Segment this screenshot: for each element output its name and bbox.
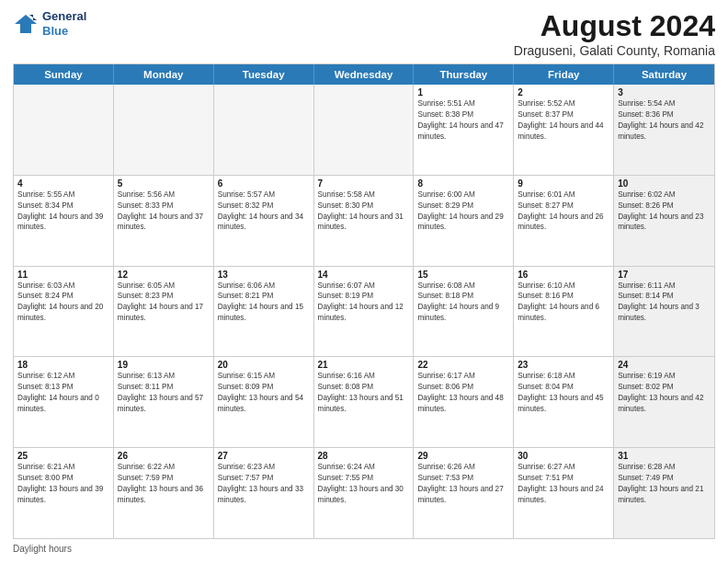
day-info: Sunrise: 6:06 AM Sunset: 8:21 PM Dayligh… [218, 281, 310, 325]
day-number: 19 [118, 360, 210, 370]
day-number: 25 [17, 451, 109, 461]
day-cell-25: 25Sunrise: 6:21 AM Sunset: 8:00 PM Dayli… [14, 448, 114, 538]
day-cell-20: 20Sunrise: 6:15 AM Sunset: 8:09 PM Dayli… [214, 357, 314, 447]
day-cell-6: 6Sunrise: 5:57 AM Sunset: 8:32 PM Daylig… [214, 176, 314, 266]
day-info: Sunrise: 6:05 AM Sunset: 8:23 PM Dayligh… [118, 281, 210, 325]
day-cell-17: 17Sunrise: 6:11 AM Sunset: 8:14 PM Dayli… [614, 267, 714, 357]
day-cell-22: 22Sunrise: 6:17 AM Sunset: 8:06 PM Dayli… [414, 357, 514, 447]
day-number: 28 [318, 451, 410, 461]
day-cell-31: 31Sunrise: 6:28 AM Sunset: 7:49 PM Dayli… [614, 448, 714, 538]
calendar-body: 1Sunrise: 5:51 AM Sunset: 8:38 PM Daylig… [14, 85, 714, 538]
day-info: Sunrise: 6:21 AM Sunset: 8:00 PM Dayligh… [17, 462, 109, 506]
day-info: Sunrise: 6:07 AM Sunset: 8:19 PM Dayligh… [318, 281, 410, 325]
day-number: 22 [417, 360, 509, 370]
header: General Blue August 2024 Draguseni, Gala… [13, 9, 715, 58]
day-number: 20 [218, 360, 310, 370]
day-number: 11 [17, 270, 109, 280]
day-number: 30 [518, 451, 609, 461]
day-number: 13 [218, 270, 310, 280]
day-info: Sunrise: 6:13 AM Sunset: 8:11 PM Dayligh… [118, 371, 210, 415]
day-info: Sunrise: 6:16 AM Sunset: 8:08 PM Dayligh… [318, 371, 410, 415]
weekday-header-friday: Friday [514, 64, 614, 85]
day-number: 31 [618, 451, 711, 461]
day-cell-8: 8Sunrise: 6:00 AM Sunset: 8:29 PM Daylig… [414, 176, 514, 266]
day-number: 5 [118, 178, 210, 189]
day-number: 17 [618, 270, 711, 280]
empty-cell [14, 85, 114, 175]
day-cell-21: 21Sunrise: 6:16 AM Sunset: 8:08 PM Dayli… [314, 357, 415, 447]
day-info: Sunrise: 5:56 AM Sunset: 8:33 PM Dayligh… [118, 190, 210, 234]
day-cell-18: 18Sunrise: 6:12 AM Sunset: 8:13 PM Dayli… [14, 357, 114, 447]
svg-marker-0 [15, 15, 37, 33]
calendar-row-1: 4Sunrise: 5:55 AM Sunset: 8:34 PM Daylig… [14, 176, 714, 267]
day-info: Sunrise: 5:54 AM Sunset: 8:36 PM Dayligh… [618, 98, 711, 143]
day-info: Sunrise: 6:28 AM Sunset: 7:49 PM Dayligh… [618, 462, 711, 506]
day-info: Sunrise: 5:58 AM Sunset: 8:30 PM Dayligh… [318, 190, 410, 234]
day-cell-4: 4Sunrise: 5:55 AM Sunset: 8:34 PM Daylig… [14, 176, 114, 266]
day-number: 18 [17, 360, 109, 370]
day-cell-30: 30Sunrise: 6:27 AM Sunset: 7:51 PM Dayli… [514, 448, 614, 538]
day-number: 27 [218, 451, 310, 461]
day-number: 8 [417, 178, 509, 189]
day-cell-26: 26Sunrise: 6:22 AM Sunset: 7:59 PM Dayli… [114, 448, 214, 538]
day-cell-23: 23Sunrise: 6:18 AM Sunset: 8:04 PM Dayli… [514, 357, 614, 447]
day-number: 24 [618, 360, 711, 370]
day-cell-29: 29Sunrise: 6:26 AM Sunset: 7:53 PM Dayli… [414, 448, 514, 538]
day-cell-2: 2Sunrise: 5:52 AM Sunset: 8:37 PM Daylig… [514, 85, 614, 175]
day-number: 21 [318, 360, 410, 370]
calendar-row-2: 11Sunrise: 6:03 AM Sunset: 8:24 PM Dayli… [14, 267, 714, 358]
logo-icon [13, 11, 39, 37]
day-number: 4 [17, 178, 109, 189]
day-number: 15 [417, 270, 509, 280]
day-cell-9: 9Sunrise: 6:01 AM Sunset: 8:27 PM Daylig… [514, 176, 614, 266]
day-number: 26 [118, 451, 210, 461]
weekday-header-tuesday: Tuesday [214, 64, 314, 85]
day-number: 29 [417, 451, 509, 461]
day-info: Sunrise: 6:01 AM Sunset: 8:27 PM Dayligh… [518, 190, 609, 234]
day-number: 12 [118, 270, 210, 280]
weekday-header-saturday: Saturday [614, 64, 714, 85]
day-info: Sunrise: 5:57 AM Sunset: 8:32 PM Dayligh… [218, 190, 310, 234]
day-cell-5: 5Sunrise: 5:56 AM Sunset: 8:33 PM Daylig… [114, 176, 214, 266]
day-info: Sunrise: 5:52 AM Sunset: 8:37 PM Dayligh… [518, 98, 609, 143]
day-number: 14 [318, 270, 410, 280]
day-cell-24: 24Sunrise: 6:19 AM Sunset: 8:02 PM Dayli… [614, 357, 714, 447]
day-info: Sunrise: 5:51 AM Sunset: 8:38 PM Dayligh… [417, 98, 509, 143]
empty-cell [114, 85, 214, 175]
day-info: Sunrise: 6:03 AM Sunset: 8:24 PM Dayligh… [17, 281, 109, 325]
weekday-header-monday: Monday [114, 64, 214, 85]
day-info: Sunrise: 6:17 AM Sunset: 8:06 PM Dayligh… [417, 371, 509, 415]
day-info: Sunrise: 6:11 AM Sunset: 8:14 PM Dayligh… [618, 281, 711, 325]
day-info: Sunrise: 6:12 AM Sunset: 8:13 PM Dayligh… [17, 371, 109, 415]
day-info: Sunrise: 6:08 AM Sunset: 8:18 PM Dayligh… [417, 281, 509, 325]
day-info: Sunrise: 6:26 AM Sunset: 7:53 PM Dayligh… [417, 462, 509, 506]
day-info: Sunrise: 6:02 AM Sunset: 8:26 PM Dayligh… [618, 190, 711, 234]
day-cell-3: 3Sunrise: 5:54 AM Sunset: 8:36 PM Daylig… [614, 85, 714, 175]
day-info: Sunrise: 6:27 AM Sunset: 7:51 PM Dayligh… [518, 462, 609, 506]
title-block: August 2024 Draguseni, Galati County, Ro… [514, 9, 715, 58]
calendar-header: SundayMondayTuesdayWednesdayThursdayFrid… [14, 64, 714, 85]
day-info: Sunrise: 6:10 AM Sunset: 8:16 PM Dayligh… [518, 281, 609, 325]
day-cell-1: 1Sunrise: 5:51 AM Sunset: 8:38 PM Daylig… [414, 85, 514, 175]
day-cell-16: 16Sunrise: 6:10 AM Sunset: 8:16 PM Dayli… [514, 267, 614, 357]
calendar: SundayMondayTuesdayWednesdayThursdayFrid… [13, 63, 715, 539]
day-cell-13: 13Sunrise: 6:06 AM Sunset: 8:21 PM Dayli… [214, 267, 314, 357]
day-number: 9 [518, 178, 609, 189]
day-info: Sunrise: 6:22 AM Sunset: 7:59 PM Dayligh… [118, 462, 210, 506]
weekday-header-sunday: Sunday [14, 64, 114, 85]
calendar-row-0: 1Sunrise: 5:51 AM Sunset: 8:38 PM Daylig… [14, 85, 714, 176]
day-number: 6 [218, 178, 310, 189]
weekday-header-wednesday: Wednesday [314, 64, 415, 85]
day-info: Sunrise: 6:19 AM Sunset: 8:02 PM Dayligh… [618, 371, 711, 415]
day-info: Sunrise: 5:55 AM Sunset: 8:34 PM Dayligh… [17, 190, 109, 234]
day-info: Sunrise: 6:18 AM Sunset: 8:04 PM Dayligh… [518, 371, 609, 415]
day-number: 1 [417, 87, 509, 98]
calendar-row-3: 18Sunrise: 6:12 AM Sunset: 8:13 PM Dayli… [14, 357, 714, 448]
day-cell-27: 27Sunrise: 6:23 AM Sunset: 7:57 PM Dayli… [214, 448, 314, 538]
day-cell-28: 28Sunrise: 6:24 AM Sunset: 7:55 PM Dayli… [314, 448, 415, 538]
page: General Blue August 2024 Draguseni, Gala… [0, 0, 728, 563]
day-info: Sunrise: 6:23 AM Sunset: 7:57 PM Dayligh… [218, 462, 310, 506]
day-cell-12: 12Sunrise: 6:05 AM Sunset: 8:23 PM Dayli… [114, 267, 214, 357]
logo: General Blue [13, 9, 86, 38]
day-cell-7: 7Sunrise: 5:58 AM Sunset: 8:30 PM Daylig… [314, 176, 415, 266]
